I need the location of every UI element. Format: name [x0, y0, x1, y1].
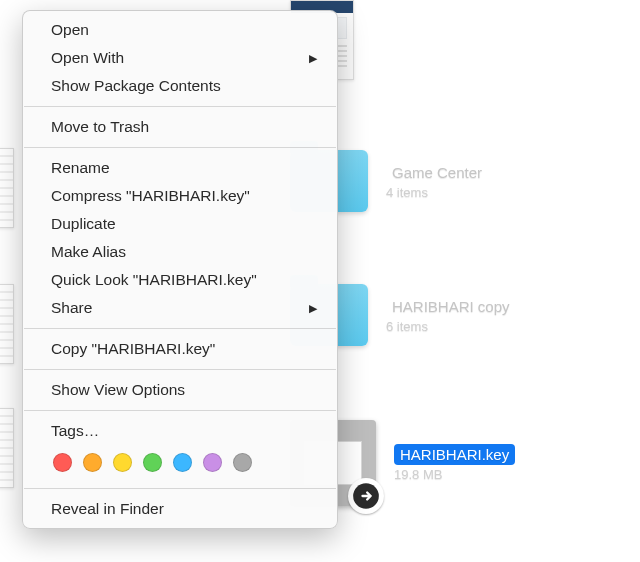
grid-item-folder-haribhari-copy[interactable]: HARIBHARI copy 6 items — [290, 284, 620, 346]
menu-label: Tags… — [51, 420, 99, 442]
item-meta: 6 items — [386, 319, 516, 334]
submenu-arrow-icon: ▶ — [309, 297, 317, 319]
tag-dot-red[interactable] — [53, 453, 72, 472]
tag-dot-orange[interactable] — [83, 453, 102, 472]
menu-separator — [24, 328, 336, 329]
grid-item-document[interactable] — [290, 0, 620, 80]
item-label: HARIBHARI copy 6 items — [386, 296, 516, 334]
item-label: HARIBHARI.key 19.8 MB — [394, 444, 515, 482]
menu-tags[interactable]: Tags… — [23, 417, 337, 445]
item-label: Game Center 4 items — [386, 162, 488, 200]
tag-dot-purple[interactable] — [203, 453, 222, 472]
partial-thumb — [0, 408, 14, 488]
menu-share[interactable]: Share▶ — [23, 294, 337, 322]
menu-move-to-trash[interactable]: Move to Trash — [23, 113, 337, 141]
menu-separator — [24, 369, 336, 370]
item-name: HARIBHARI copy — [386, 296, 516, 317]
tag-dot-blue[interactable] — [173, 453, 192, 472]
menu-copy[interactable]: Copy "HARIBHARI.key" — [23, 335, 337, 363]
menu-label: Show Package Contents — [51, 75, 221, 97]
play-badge-icon — [348, 478, 384, 514]
menu-label: Copy "HARIBHARI.key" — [51, 338, 215, 360]
menu-show-package-contents[interactable]: Show Package Contents — [23, 72, 337, 100]
menu-compress[interactable]: Compress "HARIBHARI.key" — [23, 182, 337, 210]
item-name: Game Center — [386, 162, 488, 183]
context-menu: Open Open With▶ Show Package Contents Mo… — [22, 10, 338, 529]
tag-dot-gray[interactable] — [233, 453, 252, 472]
menu-duplicate[interactable]: Duplicate — [23, 210, 337, 238]
menu-label: Show View Options — [51, 379, 185, 401]
menu-label: Quick Look "HARIBHARI.key" — [51, 269, 257, 291]
menu-label: Duplicate — [51, 213, 116, 235]
tags-row — [23, 445, 337, 482]
grid-item-keynote-haribhari[interactable]: HARIBHARI.key 19.8 MB — [290, 420, 620, 506]
menu-reveal-in-finder[interactable]: Reveal in Finder — [23, 495, 337, 523]
tag-dot-yellow[interactable] — [113, 453, 132, 472]
menu-separator — [24, 488, 336, 489]
partial-thumb — [0, 148, 14, 228]
tag-dot-green[interactable] — [143, 453, 162, 472]
submenu-arrow-icon: ▶ — [309, 47, 317, 69]
menu-label: Rename — [51, 157, 110, 179]
menu-label: Reveal in Finder — [51, 498, 164, 520]
menu-open-with[interactable]: Open With▶ — [23, 44, 337, 72]
menu-label: Share — [51, 297, 92, 319]
menu-show-view-options[interactable]: Show View Options — [23, 376, 337, 404]
menu-label: Open — [51, 19, 89, 41]
menu-label: Move to Trash — [51, 116, 149, 138]
item-meta: 4 items — [386, 185, 488, 200]
menu-label: Make Alias — [51, 241, 126, 263]
menu-separator — [24, 410, 336, 411]
item-name: HARIBHARI.key — [394, 444, 515, 465]
menu-make-alias[interactable]: Make Alias — [23, 238, 337, 266]
menu-quick-look[interactable]: Quick Look "HARIBHARI.key" — [23, 266, 337, 294]
item-meta: 19.8 MB — [394, 467, 515, 482]
menu-rename[interactable]: Rename — [23, 154, 337, 182]
grid-item-folder-game-center[interactable]: Game Center 4 items — [290, 150, 620, 212]
menu-label: Open With — [51, 47, 124, 69]
partial-thumb — [0, 284, 14, 364]
menu-label: Compress "HARIBHARI.key" — [51, 185, 250, 207]
menu-separator — [24, 106, 336, 107]
menu-separator — [24, 147, 336, 148]
menu-open[interactable]: Open — [23, 16, 337, 44]
